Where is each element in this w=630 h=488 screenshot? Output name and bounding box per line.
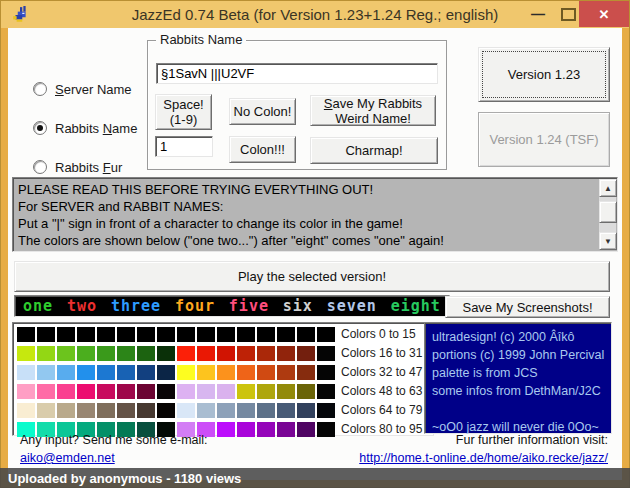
no-colon-button[interactable]: No Colon! [229, 98, 296, 125]
readme-line: PLEASE READ THIS BEFORE TRYING EVERYTHIN… [18, 181, 595, 198]
color-word-seven: seven [327, 297, 377, 315]
play-version-button[interactable]: Play the selected version! [14, 261, 610, 292]
palette-cell [257, 403, 275, 418]
palette-row-label: Colors 80 to 95 [341, 422, 422, 436]
palette-cell [97, 346, 115, 361]
email-prompt: Any input? Send me some e-mail: [20, 433, 208, 447]
palette-row-label: Colors 0 to 15 [341, 327, 416, 341]
credit-line: some infos from DethMan/J2C [432, 382, 611, 400]
readme-textbox: PLEASE READ THIS BEFORE TRYING EVERYTHIN… [12, 177, 618, 252]
palette-cell [77, 403, 95, 418]
scroll-up-icon[interactable]: ▲ [599, 179, 617, 197]
palette-cell [77, 346, 95, 361]
palette-cell [77, 327, 95, 342]
palette-cell [297, 327, 315, 342]
palette-cell [17, 403, 35, 418]
email-link[interactable]: aiko@emden.net [20, 451, 115, 465]
radio-server-name[interactable]: Server Name [33, 79, 137, 99]
palette-cell [257, 365, 275, 380]
radio-rabbits-name[interactable]: Rabbits Name [33, 118, 137, 138]
palette-cell [177, 384, 195, 399]
palette-cell [197, 384, 215, 399]
palette-cell [117, 403, 135, 418]
save-rabbit-name-button[interactable]: Save My Rabbits Weird Name! [310, 95, 436, 126]
palette-cell [317, 422, 335, 437]
radio-label: Server Name [55, 82, 132, 97]
palette-cell [217, 365, 235, 380]
palette-row-label: Colors 64 to 79 [341, 403, 422, 417]
credit-line: palette is from JCS [432, 364, 611, 382]
palette-cell [317, 403, 335, 418]
palette-row: Colors 32 to 47 [13, 363, 433, 381]
info-link[interactable]: http://home.t-online.de/home/aiko.recke/… [359, 451, 608, 465]
palette-cell [57, 403, 75, 418]
radio-label: Rabbits Fur [55, 160, 122, 175]
palette-cell [117, 365, 135, 380]
space-button[interactable]: Space! (1-9) [155, 94, 212, 130]
palette-cell [277, 327, 295, 342]
scrollbar-thumb[interactable] [599, 201, 617, 223]
palette-cell [97, 365, 115, 380]
palette-cell [217, 327, 235, 342]
palette-row: Colors 0 to 15 [13, 325, 433, 343]
color-word-one: one [23, 297, 53, 315]
radio-circle-icon[interactable] [33, 82, 47, 96]
version-124-button: Version 1.24 (TSF) [478, 112, 610, 167]
version-123-button[interactable]: Version 1.23 [478, 47, 610, 102]
credit-line: portions (c) 1999 John Percival [432, 346, 611, 364]
dialog-content: Server NameRabbits NameRabbits Fur Rabbi… [8, 28, 622, 480]
palette-cell [157, 384, 175, 399]
palette-cell [277, 384, 295, 399]
close-button[interactable]: ✕ [579, 1, 629, 27]
maximize-icon [561, 8, 576, 21]
charmap-button[interactable]: Charmap! [310, 137, 438, 164]
palette-cell [237, 346, 255, 361]
palette-cell [197, 403, 215, 418]
palette-cell [37, 365, 55, 380]
color-word-two: two [67, 297, 97, 315]
palette-cell [297, 365, 315, 380]
minimize-button[interactable]: — [523, 1, 553, 27]
radio-rabbits-fur[interactable]: Rabbits Fur [33, 157, 137, 177]
palette-cell [317, 327, 335, 342]
palette-cell [217, 346, 235, 361]
space-count-input[interactable] [155, 136, 213, 157]
palette-cell [177, 365, 195, 380]
colon-button[interactable]: Colon!!! [229, 136, 296, 163]
palette-cell [237, 327, 255, 342]
palette-cell [137, 403, 155, 418]
palette-cell [77, 365, 95, 380]
palette-cell [137, 327, 155, 342]
palette-cell [97, 403, 115, 418]
scroll-down-icon[interactable]: ▼ [599, 232, 617, 250]
palette-cell [297, 346, 315, 361]
rabbit-app-icon [11, 6, 29, 24]
palette-cell [77, 384, 95, 399]
palette-cell [217, 422, 235, 437]
upload-status-bar: Uploaded by anonymous - 1180 views [0, 468, 630, 488]
readme-scrollbar[interactable]: ▲ ▼ [599, 179, 616, 250]
save-screenshots-button[interactable]: Save My Screenshots! [445, 296, 610, 318]
palette-cell [157, 346, 175, 361]
palette-cell [97, 384, 115, 399]
palette-cell [57, 384, 75, 399]
palette-cell [37, 403, 55, 418]
info-prompt: Fur further information visit: [456, 433, 608, 447]
palette-cell [97, 327, 115, 342]
palette-cell [57, 346, 75, 361]
color-word-six: six [283, 297, 313, 315]
credit-line [432, 400, 611, 418]
rabbit-name-input[interactable] [156, 63, 438, 84]
palette-cell [17, 327, 35, 342]
title-bar: JazzEd 0.74 Beta (for Version 1.23+1.24 … [1, 1, 629, 28]
readme-line: Put a "|" sign in front of a character t… [18, 215, 595, 232]
radio-circle-icon[interactable] [33, 160, 47, 174]
palette-cell [257, 422, 275, 437]
palette-cell [17, 365, 35, 380]
palette-row: Colors 64 to 79 [13, 401, 433, 419]
palette-cell [37, 384, 55, 399]
space-button-line2: (1-9) [170, 112, 197, 127]
credits-box: ultradesign! (c) 2000 Âîkôportions (c) 1… [424, 322, 612, 434]
readme-line: For SERVER and RABBIT NAMES: [18, 198, 595, 215]
radio-circle-icon[interactable] [33, 121, 47, 135]
